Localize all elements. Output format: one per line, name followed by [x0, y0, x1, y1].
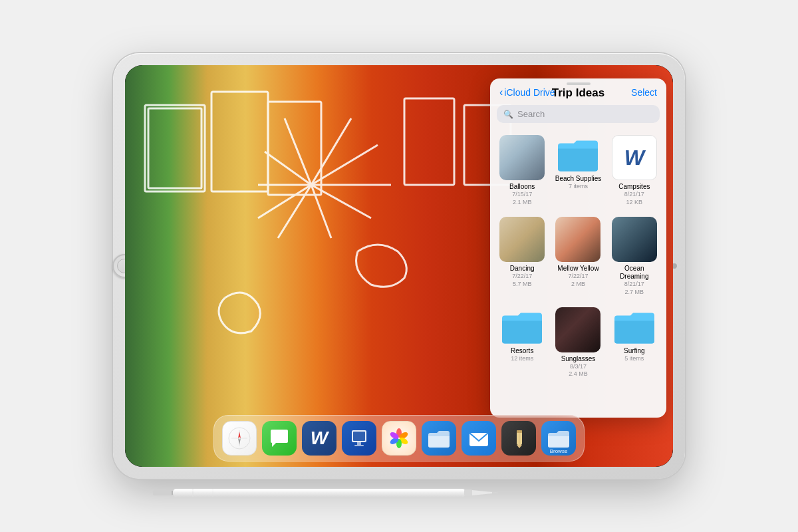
files-browse-icon [546, 427, 571, 450]
file-thumb-campsites: W [612, 135, 657, 180]
photos-icon [387, 426, 411, 450]
folder-icon-surfing [612, 307, 657, 347]
dock-app-files-browse[interactable]: Browse [541, 421, 576, 456]
dock-app-mail[interactable] [462, 421, 496, 456]
keynote-icon [348, 427, 370, 450]
file-item-campsites[interactable]: W Campsites 8/21/1712 KB [608, 131, 661, 210]
file-thumb-balloons [499, 135, 545, 180]
svg-line-7 [311, 185, 371, 218]
safari-icon [227, 426, 251, 450]
file-name-beach-supplies: Beach Supplies [555, 175, 602, 183]
file-item-sunglasses[interactable]: Sunglasses 8/3/172.4 MB [551, 303, 604, 382]
folder-icon-beach [555, 135, 600, 175]
word-dock-icon: W [311, 428, 328, 449]
files-icon [426, 427, 452, 450]
folder-icon-resorts [499, 307, 545, 347]
svg-line-9 [278, 185, 311, 238]
icloud-panel: ‹ iCloud Drive Trip Ideas Select 🔍 Searc… [490, 78, 666, 418]
file-item-beach-supplies[interactable]: Beach Supplies 7 items [551, 131, 604, 210]
file-name-campsites: Campsites [618, 183, 650, 191]
svg-rect-23 [357, 442, 361, 445]
messages-icon [268, 427, 291, 450]
file-meta-resorts: 12 items [511, 355, 533, 363]
file-meta-balloons: 7/15/172.1 MB [512, 191, 532, 206]
panel-header: ‹ iCloud Drive Trip Ideas Select [490, 78, 666, 98]
file-thumb-dancing [499, 217, 545, 262]
select-button[interactable]: Select [631, 87, 657, 98]
file-item-surfing[interactable]: Surfing 5 items [608, 303, 661, 382]
file-meta-surfing: 5 items [624, 355, 644, 363]
search-icon: 🔍 [503, 110, 513, 119]
svg-rect-22 [353, 432, 365, 441]
file-item-balloons[interactable]: Balloons 7/15/172.1 MB [495, 131, 549, 210]
dock-app-keynote[interactable] [342, 421, 376, 456]
dock: W [213, 415, 585, 462]
screen-content: ‹ iCloud Drive Trip Ideas Select 🔍 Searc… [125, 65, 673, 467]
file-item-resorts[interactable]: Resorts 12 items [495, 303, 549, 382]
file-meta-campsites: 8/21/1712 KB [624, 191, 644, 206]
word-icon: W [624, 146, 644, 170]
file-item-mellow-yellow[interactable]: Mellow Yellow 7/22/172 MB [551, 213, 604, 300]
file-grid: Balloons 7/15/172.1 MB Beach Supplies 7 … [490, 128, 666, 385]
back-label: iCloud Drive [504, 87, 555, 98]
dock-app-word[interactable]: W [302, 421, 336, 456]
apple-pencil [153, 485, 499, 500]
ipad-screen: ‹ iCloud Drive Trip Ideas Select 🔍 Searc… [125, 65, 673, 467]
svg-rect-2 [211, 92, 268, 192]
dock-app-files[interactable] [422, 421, 456, 456]
file-meta-dancing: 7/22/175.7 MB [512, 273, 532, 288]
svg-line-4 [311, 118, 351, 185]
file-meta-ocean-dreaming: 8/21/172.7 MB [624, 281, 644, 296]
pencil-svg [153, 485, 499, 500]
dock-app-pencil[interactable] [501, 421, 536, 456]
svg-marker-34 [517, 445, 522, 448]
dock-app-messages[interactable] [262, 421, 297, 456]
file-name-balloons: Balloons [509, 183, 535, 191]
svg-line-10 [258, 185, 311, 218]
svg-rect-45 [174, 489, 464, 491]
file-meta-beach-supplies: 7 items [569, 183, 588, 191]
mail-icon [467, 426, 491, 450]
svg-rect-14 [404, 98, 454, 185]
svg-rect-0 [145, 105, 205, 192]
back-button[interactable]: ‹ iCloud Drive [499, 86, 555, 98]
search-bar[interactable]: 🔍 Search [497, 105, 660, 123]
file-thumb-mellow-yellow [555, 217, 600, 262]
svg-rect-42 [464, 489, 472, 496]
scene: ‹ iCloud Drive Trip Ideas Select 🔍 Searc… [33, 13, 765, 519]
file-meta-sunglasses: 8/3/172.4 MB [569, 363, 588, 378]
dock-app-photos[interactable] [382, 421, 416, 456]
pencil-app-icon [509, 428, 529, 448]
back-chevron-icon: ‹ [499, 86, 503, 98]
svg-rect-36 [153, 490, 173, 495]
file-name-ocean-dreaming: Ocean Dreaming [610, 265, 658, 281]
file-thumb-sunglasses [555, 307, 600, 352]
dock-app-safari[interactable] [222, 421, 257, 456]
file-name-dancing: Dancing [510, 265, 535, 273]
search-placeholder: Search [517, 109, 545, 119]
svg-rect-24 [354, 445, 364, 446]
file-name-sunglasses: Sunglasses [561, 355, 596, 363]
ipad-device: ‹ iCloud Drive Trip Ideas Select 🔍 Searc… [113, 53, 685, 479]
file-thumb-ocean-dreaming [612, 217, 657, 262]
panel-title: Trip Ideas [552, 86, 604, 100]
file-item-dancing[interactable]: Dancing 7/22/175.7 MB [495, 213, 549, 300]
file-name-surfing: Surfing [624, 347, 645, 355]
file-name-mellow-yellow: Mellow Yellow [557, 265, 598, 273]
file-meta-mellow-yellow: 7/22/172 MB [568, 273, 588, 288]
file-name-resorts: Resorts [511, 347, 533, 355]
svg-rect-1 [148, 108, 201, 188]
file-item-ocean-dreaming[interactable]: Ocean Dreaming 8/21/172.7 MB [608, 213, 661, 300]
browse-label: Browse [550, 448, 568, 454]
